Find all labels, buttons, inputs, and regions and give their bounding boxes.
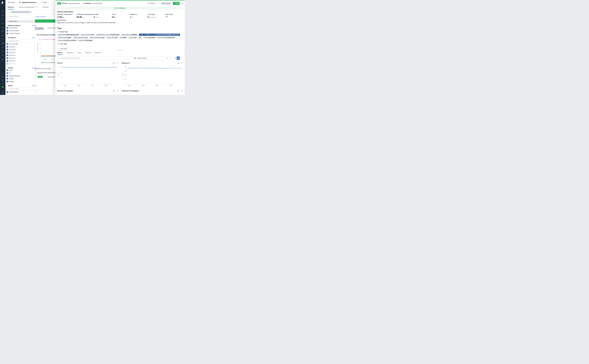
app-logo[interactable]	[1, 1, 4, 5]
facet-group-header[interactable]: ▾Network AddressGroup	[7, 25, 36, 26]
page-title-dropdown[interactable]: Network Devices ▾	[19, 1, 38, 3]
tag-chip[interactable]: cmdb_asset_tag:9878497	[121, 34, 138, 36]
remove-chip-icon[interactable]: ×	[30, 11, 31, 13]
chat-icon[interactable]	[2, 83, 4, 85]
metrics-tab-interfaces[interactable]: Interfaces	[67, 51, 73, 55]
checkbox-checked[interactable]: ✓	[7, 27, 8, 29]
chevron-down-icon[interactable]: ▾	[169, 57, 171, 59]
connections-icon[interactable]	[2, 46, 4, 48]
metrics-tab-traps[interactable]: Traps	[78, 51, 81, 55]
checkbox-checked[interactable]: ✓	[7, 70, 8, 71]
facet-filter[interactable]	[7, 87, 36, 91]
catalog-icon[interactable]	[2, 42, 4, 44]
metrics-search-input[interactable]	[61, 57, 129, 59]
monitors-status-banner[interactable]: OK: 10 Monitors	[57, 7, 183, 9]
device-search-input[interactable]: snmp_host:nyc-ip-sec-03.loc ×	[7, 10, 57, 14]
result-tab-throughput[interactable]: Throughput	[35, 26, 44, 30]
checkbox-checked[interactable]: ✓	[7, 46, 8, 48]
tag-chip[interactable]: agent_version:7.52.0	[80, 34, 95, 36]
forward-button[interactable]: ▶▶	[180, 57, 183, 60]
tag-chip[interactable]: cmdb_ci_netgear_sys_id:fcdad9c033f78610b…	[139, 34, 180, 36]
metrics-search[interactable]	[57, 56, 131, 60]
help-button[interactable]: ? Help	[0, 90, 5, 94]
live-button[interactable]: ϟ LIVE	[173, 2, 180, 5]
panel-resize-handle[interactable]	[118, 50, 122, 51]
sync-icon[interactable]	[2, 54, 4, 56]
robot-icon[interactable]	[2, 76, 4, 78]
facet-item[interactable]: ✓10.10.1.10	[7, 54, 36, 57]
tag-chip[interactable]: nyc	[138, 37, 142, 39]
search-icon[interactable]	[2, 10, 4, 12]
tag-chip[interactable]: device_vendor:f5	[106, 37, 118, 39]
tag-chip[interactable]: device_namespace:nyc	[89, 37, 105, 39]
result-tab-device-map[interactable]: Device Map	[47, 26, 56, 30]
tag-chip[interactable]: autodiscovery_subnet:10.100.70.0/24	[96, 34, 120, 36]
edit-tags-button[interactable]: Edit Tags	[57, 47, 68, 50]
view-in-button[interactable]: View in... ▾	[147, 2, 159, 5]
facet-item[interactable]: ✓10.100.70.0/241	[7, 29, 36, 32]
facet-filter-input[interactable]	[10, 88, 35, 90]
facet-search-input[interactable]	[10, 16, 35, 18]
facet-item[interactable]: ✓10.10.1.30	[7, 59, 36, 62]
tag-chip[interactable]: service:web-store	[143, 37, 156, 39]
tag-chip[interactable]: agent_host:i-063efcb6476acea5a	[57, 34, 80, 36]
inventory-icon[interactable]	[2, 30, 4, 32]
group-by-link[interactable]: Group	[32, 85, 36, 86]
tag-chip[interactable]: snmp_device:10.100.70.167	[157, 37, 176, 39]
facet-group-header[interactable]: ▾VendorGroup	[7, 67, 36, 69]
tag-chip[interactable]: cmdb_domain:global	[57, 37, 72, 39]
facet-item[interactable]: ✓cisco0	[7, 69, 36, 72]
pin-icon[interactable]	[167, 58, 168, 59]
tag-chip[interactable]: snmp_host:nyc-ip-sec-03.loc	[57, 39, 77, 41]
facet-item[interactable]: ✓10.10.0.40	[7, 51, 36, 54]
tab-device-topology-map[interactable]: Device Topology MapNEW	[19, 5, 37, 9]
checkbox-checked[interactable]: ✓	[7, 57, 8, 59]
facet-item[interactable]: ✓f51	[7, 72, 36, 74]
pause-button[interactable]	[177, 57, 180, 60]
facet-item[interactable]: ✓10.10.1.40	[7, 62, 36, 65]
tag-chip[interactable]: snmp_profile:f5-big-ip	[78, 39, 93, 41]
facet-group-header[interactable]: ▾ModelGroup	[7, 85, 36, 86]
metrics-tab-netflow[interactable]: NetFlow	[85, 51, 91, 55]
facet-group-header[interactable]: ▾IP AddressGroup	[7, 37, 36, 39]
expand-icon[interactable]	[117, 62, 118, 64]
column-device-state[interactable]: ↓ DEVICE STATE	[35, 72, 48, 74]
tag-chip[interactable]: location:nyc	[128, 37, 138, 39]
tab-devices[interactable]: Devices	[8, 5, 14, 9]
expand-icon[interactable]	[181, 62, 183, 64]
tags-icon[interactable]	[2, 50, 4, 52]
time-range-chip[interactable]: Past 2 Hours	[160, 2, 172, 5]
tag-chip[interactable]: env:mimic	[119, 37, 127, 39]
tag-chip[interactable]: cmdb_namespace:nyc	[73, 37, 88, 39]
expand-icon[interactable]	[181, 90, 183, 92]
export-icon[interactable]	[113, 90, 115, 92]
facet-item[interactable]: ✓10.200.170.0/240	[7, 32, 36, 35]
views-button[interactable]: Views	[7, 1, 16, 4]
checkbox-checked[interactable]: ✓	[7, 60, 8, 62]
checkbox-checked[interactable]: ✓	[7, 33, 8, 34]
search-filter-chip[interactable]: snmp_host:nyc-ip-sec-03.loc ×	[11, 11, 32, 13]
facet-item[interactable]: ✓C2950-I6Q4L20	[7, 91, 36, 93]
checkbox-checked[interactable]: ✓	[7, 63, 8, 65]
checkbox-checked[interactable]: ✓	[7, 52, 8, 53]
facet-item[interactable]: ✓10.10.1.20	[7, 57, 36, 59]
export-icon[interactable]	[113, 62, 115, 64]
metrics-time-range[interactable]: 2h Past 2 Hours ▾	[132, 56, 172, 60]
sparkle-icon[interactable]	[2, 79, 4, 81]
monitors-icon[interactable]	[2, 22, 4, 24]
tab-netflow[interactable]: NetFlow	[43, 5, 48, 9]
checkbox-checked[interactable]: ✓	[7, 30, 8, 32]
close-icon[interactable]: ×	[181, 2, 183, 5]
facet-filter[interactable]	[7, 39, 36, 43]
checkbox-checked[interactable]: ✓	[7, 43, 8, 45]
facet-item[interactable]: ✓10.1.120.1800	[7, 43, 36, 45]
checkbox-checked[interactable]: ✓	[7, 49, 8, 50]
export-icon[interactable]	[177, 90, 179, 92]
export-icon[interactable]	[177, 62, 179, 64]
facet-search[interactable]	[7, 15, 36, 18]
facet-item[interactable]: ✓meraki0	[7, 77, 36, 80]
metrics-tab-monitors[interactable]: Monitors	[95, 51, 101, 55]
facet-item[interactable]: ✓10.10.0.0/240	[7, 26, 36, 29]
insights-icon[interactable]	[2, 58, 4, 60]
facet-item[interactable]: ✓10.10.0.210	[7, 48, 36, 51]
